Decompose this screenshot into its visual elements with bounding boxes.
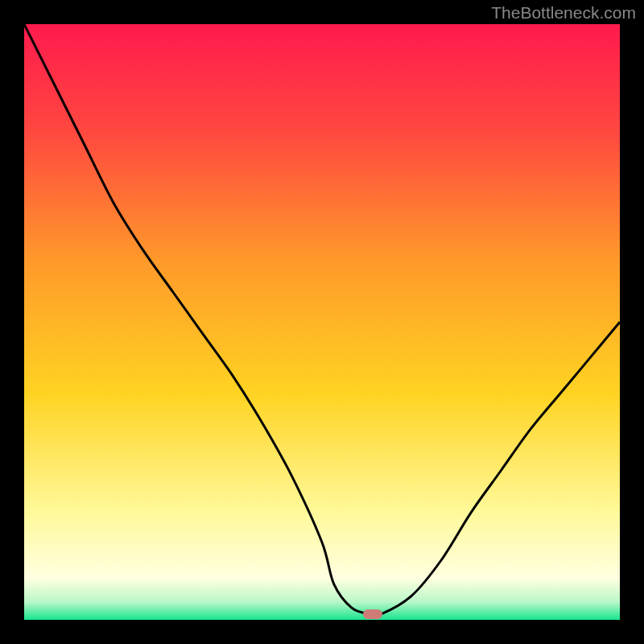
watermark-text: TheBottleneck.com (491, 3, 636, 23)
bottleneck-curve (24, 24, 620, 620)
optimal-point-marker (363, 609, 382, 619)
chart-area (24, 24, 620, 620)
